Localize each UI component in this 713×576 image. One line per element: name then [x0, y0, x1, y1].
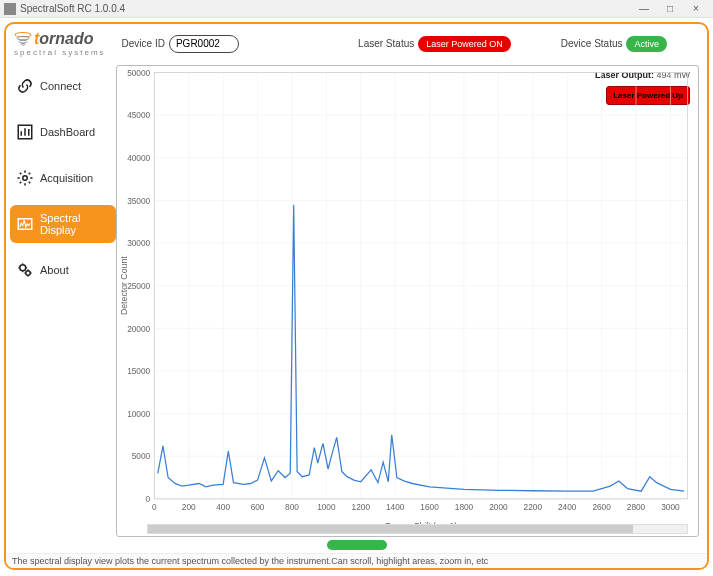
laser-status-pill: Laser Powered ON	[418, 36, 511, 52]
svg-point-3	[21, 43, 25, 45]
svg-text:15000: 15000	[127, 366, 150, 376]
minimize-button[interactable]: —	[631, 3, 657, 14]
main-panel: tornado spectral systems Device ID Laser…	[4, 22, 709, 570]
device-status-label: Device Status	[561, 38, 623, 49]
laser-status-group: Laser Status Laser Powered ON	[358, 36, 511, 52]
sidebar: Connect DashBoard Acquisition Spectral D…	[6, 63, 116, 539]
device-status-group: Device Status Active	[561, 36, 667, 52]
device-status-pill: Active	[626, 36, 667, 52]
svg-text:0: 0	[146, 494, 151, 504]
link-icon	[16, 77, 34, 95]
svg-text:2800: 2800	[627, 502, 646, 512]
sidebar-item-label: Acquisition	[40, 172, 93, 184]
logo-text: tornado	[34, 30, 94, 48]
svg-text:0: 0	[152, 502, 157, 512]
svg-point-5	[23, 176, 28, 181]
logo-subtitle: spectral systems	[14, 48, 106, 57]
svg-text:2400: 2400	[558, 502, 577, 512]
logo: tornado spectral systems	[14, 30, 106, 57]
svg-text:5000: 5000	[132, 451, 151, 461]
svg-text:600: 600	[251, 502, 265, 512]
sidebar-item-label: DashBoard	[40, 126, 95, 138]
device-id-label: Device ID	[122, 38, 165, 49]
spectrum-chart[interactable]: 0500010000150002000025000300003500040000…	[117, 66, 698, 536]
svg-text:2600: 2600	[592, 502, 611, 512]
window-titlebar: SpectralSoft RC 1.0.0.4 — □ ×	[0, 0, 713, 18]
sidebar-item-connect[interactable]: Connect	[10, 67, 116, 105]
svg-text:25000: 25000	[127, 281, 150, 291]
svg-text:2200: 2200	[524, 502, 543, 512]
window-title: SpectralSoft RC 1.0.0.4	[20, 3, 125, 14]
svg-text:2000: 2000	[489, 502, 508, 512]
sidebar-item-label: Spectral Display	[40, 212, 110, 236]
chart-horizontal-scrollbar[interactable]	[147, 524, 688, 534]
svg-text:1800: 1800	[455, 502, 474, 512]
spectrum-icon	[16, 215, 34, 233]
svg-text:10000: 10000	[127, 409, 150, 419]
chart-panel: Laser Output: 494 mW Laser Powered Up 05…	[116, 65, 699, 537]
settings-icon	[16, 261, 34, 279]
bottom-bar	[6, 539, 707, 553]
svg-text:400: 400	[216, 502, 230, 512]
maximize-button[interactable]: □	[657, 3, 683, 14]
close-button[interactable]: ×	[683, 3, 709, 14]
sidebar-item-dashboard[interactable]: DashBoard	[10, 113, 116, 151]
body: Connect DashBoard Acquisition Spectral D…	[6, 63, 707, 539]
svg-point-7	[20, 265, 26, 271]
device-id-input[interactable]	[169, 35, 239, 53]
sidebar-item-label: About	[40, 264, 69, 276]
svg-text:3000: 3000	[661, 502, 680, 512]
svg-text:40000: 40000	[127, 153, 150, 163]
svg-text:200: 200	[182, 502, 196, 512]
device-id-group: Device ID	[122, 35, 239, 53]
svg-point-2	[19, 40, 27, 43]
statusbar: The spectral display view plots the curr…	[6, 553, 707, 568]
sidebar-item-about[interactable]: About	[10, 251, 116, 289]
sidebar-item-spectral-display[interactable]: Spectral Display	[10, 205, 116, 243]
tornado-swirl-icon	[14, 32, 32, 46]
svg-point-8	[26, 271, 31, 276]
svg-text:45000: 45000	[127, 110, 150, 120]
sidebar-item-label: Connect	[40, 80, 81, 92]
svg-text:1000: 1000	[317, 502, 336, 512]
header: tornado spectral systems Device ID Laser…	[6, 24, 707, 63]
svg-text:1600: 1600	[420, 502, 439, 512]
gear-icon	[16, 169, 34, 187]
svg-text:30000: 30000	[127, 238, 150, 248]
dashboard-icon	[16, 123, 34, 141]
app-icon	[4, 3, 16, 15]
progress-indicator	[327, 540, 387, 550]
svg-text:1200: 1200	[352, 502, 371, 512]
sidebar-item-acquisition[interactable]: Acquisition	[10, 159, 116, 197]
svg-text:Detector Count: Detector Count	[120, 256, 130, 315]
svg-text:50000: 50000	[127, 68, 150, 78]
svg-text:20000: 20000	[127, 323, 150, 333]
laser-status-label: Laser Status	[358, 38, 414, 49]
svg-text:35000: 35000	[127, 196, 150, 206]
statusbar-text: The spectral display view plots the curr…	[12, 556, 488, 566]
svg-text:1400: 1400	[386, 502, 405, 512]
svg-text:800: 800	[285, 502, 299, 512]
